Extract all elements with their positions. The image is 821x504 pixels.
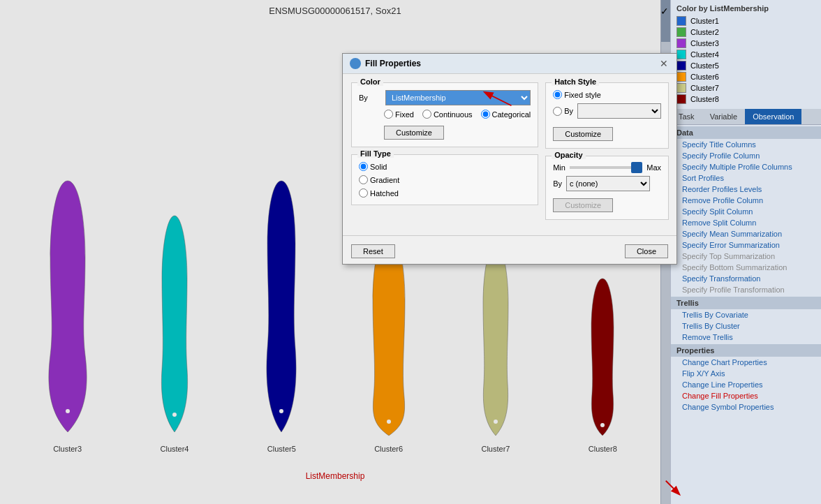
sidebar-data-item[interactable]: Sort Profiles — [671, 172, 821, 184]
radio-gradient-input[interactable] — [359, 175, 368, 184]
opacity-section-title: Opacity — [552, 151, 585, 159]
legend-item-label: Cluster5 — [690, 61, 719, 70]
fill-type-radio-group: Solid Gradient Hatched — [359, 162, 531, 198]
sidebar-properties-item[interactable]: Change Line Properties — [671, 379, 821, 390]
legend-item-label: Cluster2 — [690, 28, 719, 36]
properties-section-header: Properties — [671, 344, 821, 357]
hatch-radio-group: Fixed style By — [553, 90, 661, 119]
sidebar-data-item[interactable]: Specify Transformation — [671, 273, 821, 284]
customize-color-button[interactable]: Customize — [384, 126, 444, 140]
opacity-minmax-row: Min Max — [553, 163, 661, 172]
radio-continuous-input[interactable] — [422, 110, 431, 119]
sidebar-trellis-item[interactable]: Trellis By Cluster — [671, 320, 821, 332]
color-section: Color By ListMembership Fixed — [351, 82, 538, 147]
opacity-by-dropdown[interactable]: c (none) — [566, 176, 650, 191]
legend-color-swatch — [676, 27, 686, 37]
radio-solid-label: Solid — [370, 163, 387, 171]
radio-gradient[interactable]: Gradient — [359, 175, 399, 184]
close-button[interactable]: Close — [625, 244, 668, 258]
max-label: Max — [646, 163, 661, 172]
radio-hatch-by-input[interactable] — [553, 107, 562, 116]
color-section-title: Color — [357, 77, 383, 86]
legend-item: Cluster1 — [676, 15, 815, 27]
trellis-section-header: Trellis — [671, 297, 821, 309]
opacity-by-row: By c (none) — [553, 176, 661, 191]
color-by-dropdown[interactable]: ListMembership — [385, 90, 531, 105]
sidebar-properties-item[interactable]: Flip X/Y Axis — [671, 368, 821, 379]
sidebar-data-item[interactable]: Remove Split Column — [671, 217, 821, 228]
hatch-section-title: Hatch Style — [552, 77, 599, 86]
reset-button[interactable]: Reset — [351, 244, 395, 258]
opacity-slider[interactable] — [570, 166, 642, 169]
radio-solid[interactable]: Solid — [359, 162, 387, 171]
sidebar-data-item[interactable]: Specify Split Column — [671, 206, 821, 217]
legend-item: Cluster4 — [676, 49, 815, 60]
radio-fixed-input[interactable] — [384, 110, 393, 119]
sidebar-data-item[interactable]: Remove Profile Column — [671, 195, 821, 206]
sidebar-properties-item[interactable]: Change Symbol Properties — [671, 401, 821, 413]
legend-item: Cluster7 — [676, 82, 815, 94]
min-label: Min — [553, 163, 565, 172]
radio-continuous[interactable]: Continuous — [422, 110, 473, 119]
sidebar-data-item[interactable]: Specify Multiple Profile Columns — [671, 161, 821, 172]
dialog-icon — [350, 58, 361, 69]
radio-categorical[interactable]: Categorical — [481, 110, 531, 119]
legend-item-label: Cluster3 — [690, 39, 719, 47]
radio-fixed-style-input[interactable] — [553, 90, 562, 99]
radio-hatched-input[interactable] — [359, 188, 368, 198]
sidebar-data-item: Specify Top Summarization — [671, 251, 821, 262]
fill-type-section: Fill Type Solid Gradient — [351, 154, 538, 205]
radio-categorical-label: Categorical — [492, 110, 531, 119]
tab-bar: TaskVariableObservation — [671, 109, 821, 125]
legend-item: Cluster6 — [676, 71, 815, 82]
sidebar-data-item[interactable]: Specify Title Columns — [671, 139, 821, 150]
sidebar-properties-item[interactable]: Change Fill Properties — [671, 390, 821, 401]
color-by-label: By — [359, 94, 380, 102]
dialog-title-label: Fill Properties — [365, 59, 421, 68]
legend-color-swatch — [676, 83, 686, 93]
customize-hatch-button[interactable]: Customize — [553, 127, 613, 141]
radio-fixed[interactable]: Fixed — [384, 110, 414, 119]
sidebar-trellis-item[interactable]: Trellis By Covariate — [671, 309, 821, 320]
legend-item-label: Cluster8 — [690, 95, 719, 103]
radio-categorical-input[interactable] — [481, 110, 490, 119]
legend-item-label: Cluster1 — [690, 17, 719, 25]
color-radio-group: Fixed Continuous Categorical — [384, 110, 531, 119]
hatch-by-dropdown[interactable] — [577, 103, 661, 119]
sidebar-trellis-item[interactable]: Remove Trellis — [671, 332, 821, 343]
sidebar-properties-item[interactable]: Change Chart Properties — [671, 357, 821, 368]
radio-fixed-style[interactable]: Fixed style — [553, 90, 601, 99]
opacity-section: Opacity Min Max By c (none) — [545, 156, 669, 220]
radio-hatched-label: Hatched — [370, 189, 399, 198]
radio-fixed-label: Fixed — [395, 110, 414, 119]
radio-hatch-by-label: By — [564, 107, 573, 115]
tab-observation[interactable]: Observation — [745, 109, 801, 124]
dialog-two-col: Color By ListMembership Fixed — [351, 82, 668, 227]
dialog-titlebar: Fill Properties ✕ — [343, 54, 676, 74]
opacity-slider-thumb[interactable] — [631, 162, 642, 173]
radio-fixed-style-label: Fixed style — [564, 91, 601, 99]
fill-properties-dialog: Fill Properties ✕ Color By ListMembershi… — [342, 53, 677, 265]
customize-opacity-button[interactable]: Customize — [553, 198, 613, 212]
sidebar-data-item[interactable]: Specify Mean Summarization — [671, 228, 821, 239]
legend-color-swatch — [676, 50, 686, 59]
radio-hatch-by[interactable]: By — [553, 107, 573, 116]
legend-item: Cluster5 — [676, 60, 815, 71]
legend-color-swatch — [676, 61, 686, 71]
sidebar-data-item[interactable]: Specify Profile Column — [671, 150, 821, 161]
radio-solid-input[interactable] — [359, 162, 368, 171]
dialog-right-col: Hatch Style Fixed style By — [545, 82, 669, 227]
sidebar-data-item[interactable]: Specify Error Summarization — [671, 239, 821, 251]
dialog-left-col: Color By ListMembership Fixed — [351, 82, 538, 227]
dialog-title-area: Fill Properties — [350, 58, 421, 69]
hatch-by-row: By — [553, 103, 661, 119]
dialog-close-button[interactable]: ✕ — [658, 58, 670, 69]
opacity-by-label: By — [553, 179, 562, 188]
sidebar-data-item[interactable]: Reorder Profiles Levels — [671, 184, 821, 195]
radio-hatched[interactable]: Hatched — [359, 188, 399, 198]
legend-section: Color by ListMembership Cluster1Cluster2… — [671, 0, 821, 109]
legend-items: Cluster1Cluster2Cluster3Cluster4Cluster5… — [676, 15, 815, 105]
tab-variable[interactable]: Variable — [702, 109, 746, 124]
right-panel: Color by ListMembership Cluster1Cluster2… — [670, 0, 821, 504]
legend-item-label: Cluster7 — [690, 84, 719, 92]
